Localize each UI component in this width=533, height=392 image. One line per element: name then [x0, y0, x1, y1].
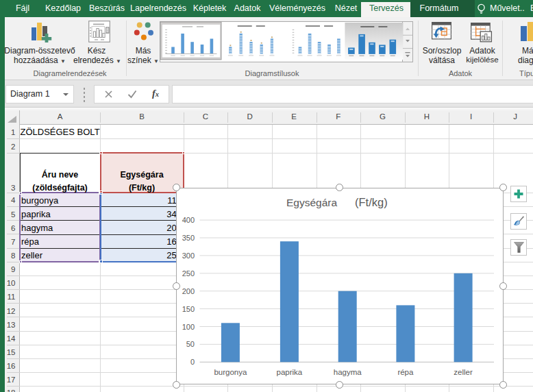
- svg-text:300: 300: [182, 252, 195, 260]
- svg-text:répa: répa: [397, 368, 414, 376]
- svg-text:0: 0: [190, 358, 195, 366]
- svg-text:(Ft/kg): (Ft/kg): [355, 195, 388, 208]
- svg-text:50: 50: [186, 340, 195, 348]
- svg-text:400: 400: [182, 216, 195, 224]
- svg-text:Egységára: Egységára: [286, 196, 337, 208]
- svg-text:150: 150: [182, 304, 195, 313]
- svg-text:250: 250: [182, 269, 195, 278]
- svg-text:200: 200: [182, 286, 195, 295]
- svg-text:350: 350: [182, 234, 195, 242]
- svg-text:burgonya: burgonya: [214, 368, 247, 376]
- svg-text:zeller: zeller: [454, 368, 473, 376]
- svg-text:hagyma: hagyma: [334, 368, 362, 376]
- svg-text:100: 100: [182, 322, 195, 330]
- svg-text:paprika: paprika: [277, 368, 303, 376]
